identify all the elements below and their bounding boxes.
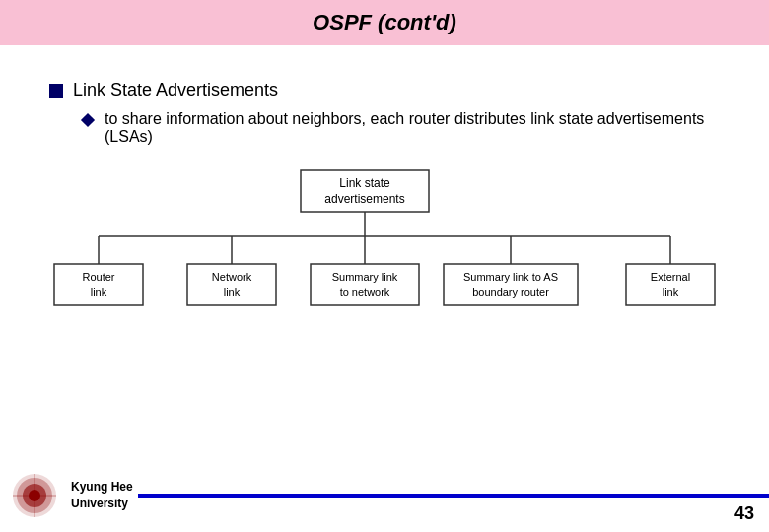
footer-line bbox=[138, 494, 769, 498]
university-name: Kyung Hee University bbox=[69, 479, 133, 512]
footer: Kyung Hee University bbox=[0, 468, 769, 532]
svg-text:boundary router: boundary router bbox=[472, 286, 549, 298]
sub-bullet: to share information about neighbors, ea… bbox=[83, 110, 720, 146]
main-bullet-text: Link State Advertisements bbox=[73, 80, 278, 100]
svg-text:link: link bbox=[91, 286, 107, 298]
slide: OSPF (cont'd) Link State Advertisements … bbox=[0, 0, 769, 532]
university-name-line2: University bbox=[71, 497, 128, 510]
diagram-svg: Link state advertisements Router link Ne… bbox=[49, 166, 739, 323]
svg-text:Router: Router bbox=[82, 271, 114, 283]
svg-text:Network: Network bbox=[212, 271, 252, 283]
university-logo bbox=[0, 468, 69, 522]
svg-text:to network: to network bbox=[340, 286, 390, 298]
svg-text:Summary link to AS: Summary link to AS bbox=[463, 271, 558, 283]
sub-bullet-text: to share information about neighbors, ea… bbox=[105, 110, 720, 146]
logo-svg bbox=[11, 472, 58, 519]
diamond-icon bbox=[81, 113, 95, 127]
svg-text:Summary link: Summary link bbox=[332, 271, 398, 283]
lsa-diagram: Link state advertisements Router link Ne… bbox=[49, 166, 739, 323]
svg-text:advertisements: advertisements bbox=[324, 192, 404, 206]
title-bar: OSPF (cont'd) bbox=[0, 0, 769, 45]
slide-title: OSPF (cont'd) bbox=[313, 10, 456, 34]
svg-text:link: link bbox=[224, 286, 241, 298]
svg-text:External: External bbox=[651, 271, 690, 283]
content-area: Link State Advertisements to share infor… bbox=[0, 45, 769, 363]
main-bullet: Link State Advertisements bbox=[49, 80, 720, 100]
bullet-icon bbox=[49, 84, 63, 98]
page-number: 43 bbox=[734, 503, 754, 524]
university-name-line1: Kyung Hee bbox=[71, 480, 133, 494]
svg-text:link: link bbox=[663, 286, 679, 298]
footer-left: Kyung Hee University bbox=[0, 468, 133, 532]
svg-text:Link state: Link state bbox=[339, 176, 390, 190]
